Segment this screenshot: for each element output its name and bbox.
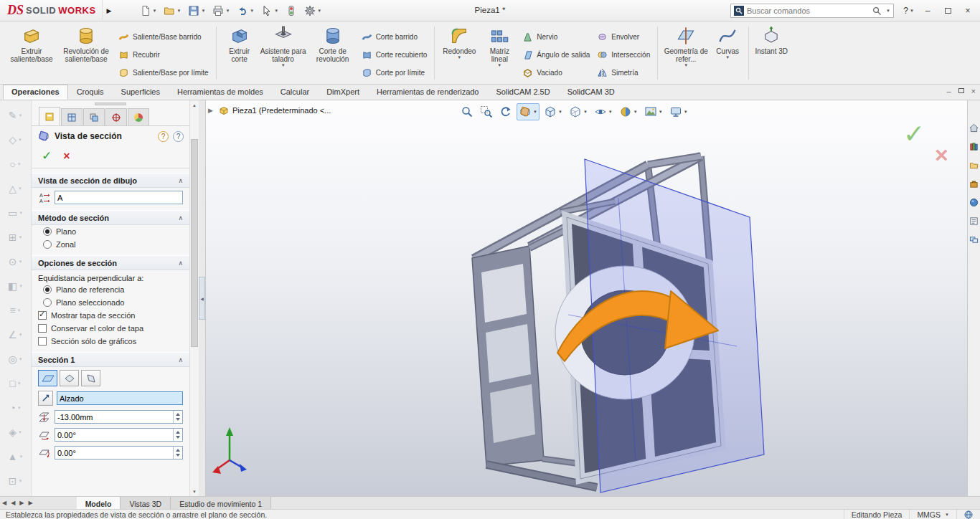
spin-up-icon[interactable]	[174, 429, 182, 435]
revolve-boss-button[interactable]: Revolución de saliente/base	[57, 23, 115, 83]
dropdown-icon[interactable]: ▼	[225, 9, 230, 13]
swept-cut-button[interactable]: Corte barrido	[358, 28, 431, 46]
edit-appearance-button[interactable]: ▼	[617, 103, 640, 120]
boundary-boss-button[interactable]: Saliente/Base por límite	[115, 64, 212, 82]
reverse-section-direction-button[interactable]	[38, 391, 53, 406]
last-tab-icon[interactable]: ▶	[28, 500, 32, 506]
collapse-chevron-icon[interactable]: ∧	[178, 177, 183, 184]
right-plane-button[interactable]	[81, 370, 100, 386]
tab-calcular[interactable]: Calcular	[272, 85, 318, 100]
menu-flyout-arrow-icon[interactable]: ▶	[103, 4, 116, 17]
dropdown-icon[interactable]: ▼	[153, 9, 157, 13]
custom-properties-button[interactable]	[969, 215, 980, 227]
tab-feature-manager[interactable]	[39, 107, 60, 125]
left-toolbar-button-3[interactable]: ○▼	[1, 152, 30, 176]
dropdown-icon[interactable]: ▼	[317, 9, 321, 13]
undo-button[interactable]: ▼	[235, 3, 256, 19]
tab-configuration-manager[interactable]	[83, 108, 105, 125]
radio-reference-plane[interactable]: Plano de referencia	[32, 283, 189, 296]
cancel-button[interactable]: ×	[63, 150, 70, 163]
confirmation-accept-button[interactable]: ✓	[903, 119, 925, 149]
tab-property-manager[interactable]	[61, 108, 83, 125]
left-toolbar-button-5[interactable]: ▭▼	[1, 201, 30, 225]
tab-solidcam-25d[interactable]: SolidCAM 2.5D	[487, 85, 558, 100]
spin-down-icon[interactable]	[174, 453, 182, 460]
next-tab-icon[interactable]: ▶	[19, 500, 24, 506]
group-header-drawing-section-view[interactable]: Vista de sección de dibujo∧	[32, 173, 189, 188]
dropdown-icon[interactable]: ▼	[684, 110, 688, 114]
dropdown-icon[interactable]: ▼	[684, 63, 688, 67]
doc-close-button[interactable]: ×	[971, 87, 976, 95]
intersect-button[interactable]: Intersección	[593, 46, 654, 64]
left-toolbar-button-8[interactable]: ◧▼	[1, 274, 30, 298]
feature-tree-root[interactable]: Pieza1 (Predeterminado <...	[219, 105, 331, 115]
tab-estudio-de-movimiento[interactable]: Estudio de movimiento 1	[171, 497, 271, 509]
help-button[interactable]: ?▼	[900, 6, 917, 16]
left-toolbar-button-2[interactable]: ◇▼	[1, 128, 30, 152]
help-icon[interactable]: ?	[173, 131, 184, 142]
left-toolbar-button-1[interactable]: ✎▼	[1, 103, 30, 128]
dropdown-icon[interactable]: ▼	[281, 63, 286, 67]
extrude-cut-button[interactable]: Extruir corte	[220, 23, 259, 83]
wrap-button[interactable]: Envolver	[593, 28, 654, 46]
tab-dimxpert[interactable]: DimXpert	[318, 85, 368, 100]
revolve-cut-button[interactable]: Corte de revolución	[308, 23, 358, 83]
scrollbar-down-icon[interactable]: ▼	[190, 487, 199, 496]
instant-3d-button[interactable]: Instant 3D	[753, 23, 790, 83]
rib-button[interactable]: Nervio	[519, 28, 593, 46]
search-input[interactable]	[747, 6, 870, 15]
lofted-boss-button[interactable]: Recubrir	[115, 46, 212, 64]
group-header-section-options[interactable]: Opciones de sección∧	[32, 255, 189, 270]
collapse-chevron-icon[interactable]: ∧	[178, 214, 183, 222]
panel-scrollbar[interactable]: ▲ ▼	[189, 100, 199, 496]
left-toolbar-button-7[interactable]: ⊙▼	[1, 249, 30, 274]
accept-button[interactable]: ✓	[42, 148, 52, 163]
graphics-viewport[interactable]: ▶ Pieza1 (Predeterminado <... ▼ ▼	[206, 100, 967, 496]
spin-down-icon[interactable]	[174, 435, 182, 442]
home-tab-button[interactable]	[969, 122, 980, 133]
file-explorer-button[interactable]	[969, 159, 980, 171]
collapse-chevron-icon[interactable]: ∧	[178, 260, 183, 267]
prev-tab-icon[interactable]: ◀	[11, 500, 15, 506]
dropdown-icon[interactable]: ▼	[886, 9, 890, 13]
tab-dimxpert-manager[interactable]	[105, 108, 127, 125]
section-view-button[interactable]: ▼	[517, 103, 540, 120]
left-toolbar-button-15[interactable]: ▲▼	[1, 444, 30, 469]
save-button[interactable]: ▼	[186, 3, 207, 19]
minimize-button[interactable]: –	[918, 3, 937, 19]
whats-new-help-icon[interactable]: ?	[158, 131, 169, 142]
previous-view-button[interactable]	[497, 103, 514, 120]
scrollbar-thumb[interactable]	[191, 139, 198, 347]
mirror-button[interactable]: Simetría	[593, 64, 654, 82]
checkbox-keep-cap-color[interactable]: Conservar el color de tapa	[32, 322, 189, 335]
lofted-cut-button[interactable]: Corte recubierto	[358, 46, 431, 64]
panel-collapse-handle[interactable]: ◀	[199, 277, 205, 320]
options-button[interactable]: ▼	[302, 3, 324, 19]
dropdown-icon[interactable]: ▼	[250, 9, 254, 13]
model-scene[interactable]	[206, 100, 967, 496]
dropdown-icon[interactable]: ▼	[633, 110, 638, 114]
doc-minimize-button[interactable]: –	[946, 87, 951, 95]
x-rotation-input[interactable]	[55, 429, 173, 441]
first-tab-icon[interactable]: ◀	[2, 500, 6, 506]
curves-button[interactable]: Curvas ▼	[710, 23, 745, 83]
checkbox-graphics-only-section[interactable]: Sección sólo de gráficos	[32, 335, 189, 348]
units-selector[interactable]: MMGS ▼	[909, 510, 956, 519]
section-name-input[interactable]	[55, 191, 183, 204]
solidworks-forum-button[interactable]	[969, 234, 980, 245]
dropdown-icon[interactable]: ▼	[457, 55, 461, 59]
dropdown-icon[interactable]: ▼	[533, 110, 537, 114]
dropdown-icon[interactable]: ▼	[558, 110, 562, 114]
scene-button[interactable]: ▼	[642, 103, 665, 120]
draft-button[interactable]: Ángulo de salida	[519, 46, 593, 64]
radio-zonal[interactable]: Zonal	[32, 238, 189, 251]
tab-solidcam-3d[interactable]: SolidCAM 3D	[559, 85, 623, 100]
connection-status[interactable]	[956, 510, 980, 519]
dropdown-icon[interactable]: ▼	[176, 9, 181, 13]
spin-down-icon[interactable]	[174, 417, 182, 424]
group-header-section-1[interactable]: Sección 1∧	[32, 352, 189, 367]
search-icon[interactable]	[872, 6, 882, 16]
reference-geometry-button[interactable]: Geometría de refer... ▼	[661, 23, 710, 83]
swept-boss-button[interactable]: Saliente/Base barrido	[115, 28, 212, 46]
left-toolbar-button-14[interactable]: ◈▼	[1, 420, 30, 444]
